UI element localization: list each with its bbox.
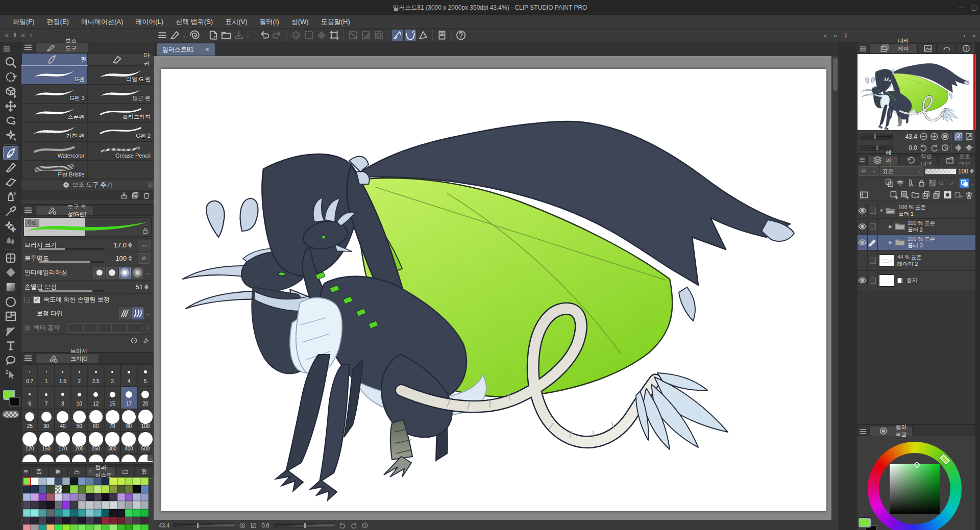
color-swatch-86[interactable] — [70, 517, 78, 524]
color-swatch-17[interactable] — [31, 485, 38, 493]
brush-item-거친 펜[interactable]: 거친 펜 — [21, 122, 88, 141]
layer-select-column[interactable] — [868, 219, 878, 234]
duplicate-subtool-icon[interactable] — [131, 191, 139, 199]
layer-color-icon[interactable] — [960, 179, 969, 188]
color-swatch-110[interactable] — [133, 524, 140, 530]
layer-select-column[interactable] — [868, 203, 878, 218]
tool-quick-chevron[interactable]: ⌄ — [182, 30, 187, 41]
menu-item-3[interactable]: 애니메이션(A) — [76, 16, 129, 28]
status-zoom-slider[interactable] — [174, 523, 235, 527]
layer-menu-button[interactable] — [859, 156, 866, 164]
transfer-to-lower-icon[interactable] — [921, 190, 931, 199]
gradient-tool[interactable] — [4, 281, 18, 294]
move-tool[interactable] — [4, 99, 18, 113]
document-tab[interactable]: 일러스트81 ✕ — [157, 43, 215, 56]
ruler-range-icon[interactable]: ⌄ — [949, 179, 959, 188]
stabilize-stepper[interactable] — [144, 284, 149, 290]
minimize-button[interactable]: — — [958, 4, 964, 11]
brush-size-hidden[interactable] — [88, 454, 104, 462]
collapse-left-icon[interactable]: « — [5, 32, 9, 39]
brush-size-hidden[interactable] — [120, 454, 137, 462]
delete-layer-icon[interactable] — [964, 190, 974, 199]
rotate-left-button[interactable] — [919, 143, 928, 152]
brush-size-hidden[interactable] — [71, 454, 87, 462]
save-chevron[interactable]: ⌄ — [246, 30, 251, 41]
color-swatch-96[interactable] — [23, 524, 31, 530]
balloon-tool[interactable] — [4, 354, 18, 367]
sv-selector[interactable] — [914, 462, 920, 468]
color-set-tab-approx[interactable] — [67, 466, 86, 476]
brush-size-20[interactable]: 20 — [137, 387, 154, 409]
brush-size-hidden[interactable] — [55, 454, 71, 462]
color-swatch-33[interactable] — [31, 493, 38, 501]
subtool-group-pen[interactable]: 펜 — [21, 53, 88, 66]
color-swatch-87[interactable] — [78, 517, 86, 524]
item-bank-tab[interactable] — [938, 43, 956, 53]
reset-rotation-icon[interactable] — [361, 522, 369, 529]
folder-expand-arrow[interactable]: ▶ — [887, 224, 894, 229]
color-history-tab[interactable]: 컬러 히스토 — [86, 466, 116, 476]
color-swatch-106[interactable] — [102, 524, 109, 530]
color-swatch-93[interactable] — [125, 517, 133, 524]
layer-opacity-stepper[interactable] — [970, 169, 974, 173]
color-swatch-42[interactable] — [102, 493, 109, 501]
collapse-left2-icon[interactable]: « — [21, 32, 25, 39]
apply-mask-icon[interactable] — [953, 190, 963, 199]
canvas-viewport[interactable] — [154, 56, 831, 520]
menu-item-1[interactable]: 파일(F) — [7, 16, 40, 28]
scroll-down-chip[interactable]: ⌄ — [148, 455, 153, 461]
brush-size-15[interactable]: 15 — [104, 387, 120, 409]
merge-to-lower-icon[interactable] — [932, 190, 942, 199]
color-set-tab-set[interactable] — [116, 466, 135, 476]
opacity-slider[interactable] — [39, 261, 104, 263]
color-swatch-99[interactable] — [46, 524, 54, 530]
color-swatch-54[interactable] — [70, 501, 78, 509]
color-swatch-68[interactable] — [55, 509, 62, 517]
color-circle-menu-button[interactable] — [859, 427, 868, 435]
color-swatch-7[interactable] — [78, 477, 86, 485]
layer-item-폴더 2[interactable]: ▶100 % 표준폴더 2 — [857, 219, 975, 235]
antialias-strong-button[interactable] — [132, 267, 143, 279]
canvas-page[interactable] — [161, 69, 826, 511]
color-swatch-25[interactable] — [94, 485, 102, 493]
status-rotation-slider[interactable] — [274, 523, 335, 527]
tool-quick-button[interactable] — [169, 30, 181, 41]
layer-visibility[interactable] — [857, 235, 868, 250]
detail-settings-icon[interactable] — [142, 337, 150, 344]
brush-size-250[interactable]: 250 — [88, 432, 104, 454]
color-swatch-51[interactable] — [46, 501, 54, 509]
color-swatch-101[interactable] — [62, 524, 70, 530]
brush-size-200[interactable]: 200 — [71, 432, 87, 454]
background-color-swatch[interactable] — [9, 397, 20, 407]
brush-size-0.7[interactable]: 0.7 — [21, 364, 38, 387]
fit-screen-icon[interactable] — [250, 522, 257, 529]
color-swatch-3[interactable] — [46, 477, 54, 485]
color-swatch-0[interactable] — [23, 477, 31, 485]
flip-horizontal-button[interactable] — [954, 143, 963, 152]
zoom-out-button[interactable] — [919, 132, 928, 141]
new-document-button[interactable] — [208, 30, 219, 41]
brush-size-120[interactable]: 120 — [21, 432, 38, 454]
expand-right-icon[interactable]: › — [963, 32, 965, 39]
color-swatch-78[interactable] — [133, 509, 140, 517]
lock-icon[interactable] — [142, 228, 149, 235]
create-mask-icon[interactable] — [943, 190, 952, 199]
color-swatch-61[interactable] — [125, 501, 133, 509]
color-set-tab-mix[interactable] — [135, 466, 154, 476]
color-swatch-48[interactable] — [23, 501, 31, 509]
color-swatch-71[interactable] — [78, 509, 86, 517]
color-swatch-83[interactable] — [46, 517, 54, 524]
snap-special-ruler-button[interactable] — [405, 30, 416, 41]
color-swatch-55[interactable] — [78, 501, 86, 509]
color-swatch-82[interactable] — [39, 517, 46, 524]
brush-size-hidden[interactable] — [104, 454, 120, 462]
rotate-cw-icon[interactable] — [350, 522, 357, 529]
canvas-vertical-scrollbar[interactable] — [831, 56, 838, 520]
crop-button[interactable] — [329, 30, 340, 41]
brush-item-Grease Pencil[interactable]: Grease Pencil — [88, 141, 154, 160]
color-swatch-109[interactable] — [125, 524, 133, 530]
opacity-dynamics-button[interactable]: ⊘ — [138, 253, 150, 264]
rotate-canvas-tool[interactable] — [4, 70, 18, 84]
lock-transparent-icon[interactable] — [927, 179, 937, 188]
layer-item-용지[interactable]: 용지 — [857, 271, 975, 290]
